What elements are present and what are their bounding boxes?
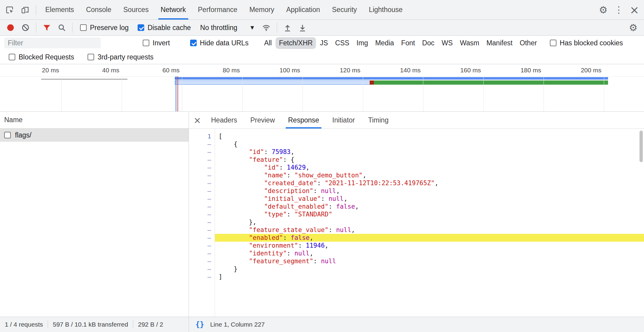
checkbox[interactable] — [80, 24, 87, 31]
throttling-select[interactable]: No throttling ▼ — [200, 24, 254, 32]
filter-type-wasm[interactable]: Wasm — [457, 37, 482, 49]
code-token: , — [309, 234, 313, 241]
invert-checkbox[interactable]: Invert — [143, 39, 170, 47]
filter-type-font[interactable]: Font — [398, 37, 418, 49]
filter-type-css[interactable]: CSS — [332, 37, 353, 49]
filter-type-js[interactable]: JS — [317, 37, 331, 49]
network-overview-strip[interactable]: 20 ms40 ms60 ms80 ms100 ms120 ms140 ms16… — [0, 64, 644, 112]
tab-lighthouse[interactable]: Lighthouse — [363, 0, 409, 20]
overview-gridline — [303, 76, 303, 111]
main-content: Name flags/ × HeadersPreviewResponseInit… — [0, 112, 644, 317]
line-number: – — [189, 265, 215, 273]
detail-close-icon[interactable]: × — [190, 112, 204, 128]
response-scrollbar[interactable] — [640, 131, 643, 162]
tab-network[interactable]: Network — [155, 0, 192, 20]
code-token: null — [321, 187, 336, 195]
tab-application[interactable]: Application — [280, 0, 326, 20]
filter-type-other[interactable]: Other — [516, 37, 540, 49]
checkbox[interactable] — [143, 40, 149, 46]
search-icon[interactable] — [54, 21, 69, 34]
network-settings-gear-icon[interactable]: ⚙ — [625, 20, 641, 35]
hide-data-urls-label: Hide data URLs — [200, 39, 249, 47]
tab-elements[interactable]: Elements — [39, 0, 80, 20]
code-token: , — [309, 250, 313, 257]
detail-tabbar: × HeadersPreviewResponseInitiatorTiming — [189, 112, 644, 129]
detail-tab-preview[interactable]: Preview — [244, 112, 282, 128]
overview-ttfb-marker — [370, 80, 374, 85]
close-icon[interactable]: × — [627, 2, 642, 18]
disable-cache-checkbox[interactable]: Disable cache — [138, 24, 191, 32]
export-har-icon[interactable] — [295, 21, 310, 34]
tab-console[interactable]: Console — [80, 0, 117, 20]
detail-tab-headers[interactable]: Headers — [204, 112, 244, 128]
line-number: 1 — [189, 132, 215, 140]
divider — [36, 23, 36, 33]
request-row[interactable]: flags/ — [0, 128, 189, 142]
overview-gridline — [182, 76, 182, 111]
requests-name-column-header[interactable]: Name — [0, 112, 189, 128]
settings-gear-icon[interactable]: ⚙ — [595, 2, 611, 18]
transferred-summary: 597 B / 10.1 kB transferred — [53, 321, 128, 328]
detail-tab-initiator[interactable]: Initiator — [326, 112, 361, 128]
tab-security[interactable]: Security — [326, 0, 363, 20]
device-toolbar-icon[interactable] — [17, 2, 33, 18]
filter-type-manifest[interactable]: Manifest — [483, 37, 516, 49]
overview-tick-label: 140 ms — [376, 67, 421, 74]
checkbox[interactable] — [9, 54, 15, 60]
checkbox[interactable] — [550, 40, 556, 46]
code-token: "initial_value" — [264, 195, 321, 202]
overview-gridline — [61, 76, 62, 111]
code-token: "STANDARD" — [294, 211, 332, 218]
overview-request-bar-gray — [41, 79, 127, 80]
filter-type-all[interactable]: All — [261, 37, 275, 49]
code-token: , — [336, 187, 340, 195]
detail-tab-response[interactable]: Response — [282, 112, 326, 128]
load-event-marker — [177, 76, 178, 111]
overview-gridline — [423, 76, 423, 111]
divider — [36, 5, 36, 15]
filter-type-fetch-xhr[interactable]: Fetch/XHR — [276, 37, 316, 49]
has-blocked-cookies-checkbox[interactable]: Has blocked cookies — [550, 39, 623, 47]
checkbox[interactable] — [190, 40, 197, 46]
clear-icon[interactable] — [18, 21, 33, 34]
code-line: "initial_value": null, — [215, 195, 644, 203]
request-checkbox[interactable] — [4, 132, 11, 138]
overview-tick-label: 80 ms — [195, 67, 240, 74]
checkbox[interactable] — [88, 54, 94, 60]
kebab-menu-icon[interactable]: ⋮ — [611, 2, 627, 18]
line-number: – — [189, 242, 215, 249]
filter-type-doc[interactable]: Doc — [419, 37, 438, 49]
line-number: – — [189, 171, 215, 179]
tab-sources[interactable]: Sources — [117, 0, 154, 20]
filter-type-img[interactable]: Img — [353, 37, 371, 49]
preserve-log-checkbox[interactable]: Preserve log — [80, 24, 129, 32]
pretty-print-icon[interactable]: {} — [195, 320, 204, 329]
inspect-icon[interactable] — [2, 2, 17, 18]
network-conditions-icon[interactable] — [259, 21, 274, 34]
overview-tick-label: 120 ms — [315, 67, 360, 74]
request-rows: flags/ — [0, 128, 189, 142]
code-token: "feature" — [249, 156, 283, 163]
code-token: "identity" — [249, 250, 287, 257]
code-token — [219, 258, 249, 265]
filter-input[interactable] — [4, 38, 101, 48]
line-number: – — [189, 148, 215, 156]
filter-type-media[interactable]: Media — [372, 37, 397, 49]
detail-tab-timing[interactable]: Timing — [362, 112, 395, 128]
checkbox[interactable] — [138, 24, 144, 31]
code-line: "type": "STANDARD" — [215, 210, 644, 218]
hide-data-urls-checkbox[interactable]: Hide data URLs — [190, 39, 249, 47]
tab-memory[interactable]: Memory — [243, 0, 280, 20]
code-token — [219, 211, 264, 218]
code-line: { — [215, 140, 644, 148]
blocked-requests-checkbox[interactable]: Blocked Requests — [9, 53, 74, 61]
code-token: ] — [219, 273, 222, 280]
import-har-icon[interactable] — [280, 21, 295, 34]
code-line: "feature_state_value": null, — [215, 226, 644, 234]
record-button[interactable] — [7, 24, 14, 31]
code-token: , — [355, 203, 359, 210]
filter-funnel-icon[interactable] — [39, 21, 54, 34]
filter-type-ws[interactable]: WS — [438, 37, 456, 49]
third-party-requests-checkbox[interactable]: 3rd-party requests — [88, 53, 154, 61]
tab-performance[interactable]: Performance — [192, 0, 243, 20]
